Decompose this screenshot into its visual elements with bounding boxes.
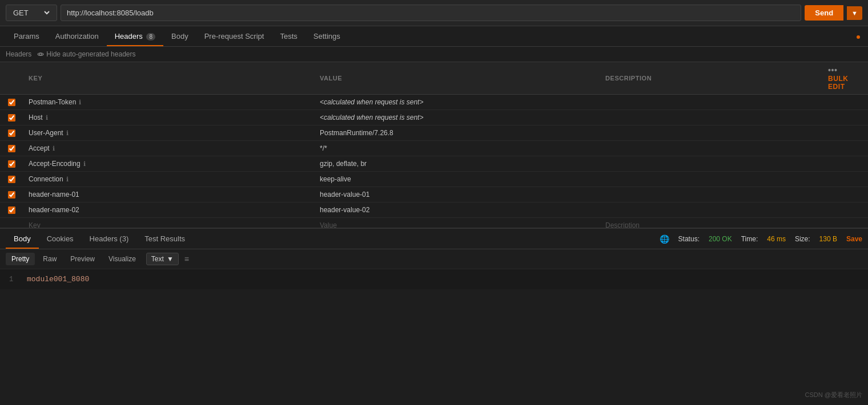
info-icon[interactable]: ℹ [79, 99, 81, 106]
table-header-row: KEY VALUE DESCRIPTION ••• Bulk Edit [0, 62, 868, 95]
header-value: <calculated when request is sent> [314, 95, 600, 110]
format-tab-pretty[interactable]: Pretty [6, 253, 35, 265]
info-icon[interactable]: ℹ [66, 129, 69, 136]
row-actions [822, 110, 868, 125]
format-tab-visualize[interactable]: Visualize [103, 253, 142, 265]
response-tab-testresults[interactable]: Test Results [136, 229, 193, 249]
response-tab-body[interactable]: Body [6, 229, 39, 249]
row-checkbox[interactable] [8, 176, 15, 183]
col-desc-header: DESCRIPTION [600, 62, 822, 95]
status-label: Status: [678, 235, 700, 243]
header-value: */* [314, 141, 600, 156]
col-checkbox-header [0, 62, 23, 95]
method-selector[interactable]: GET POST PUT DELETE PATCH [6, 5, 57, 21]
bulk-edit-button[interactable]: Bulk Edit [828, 75, 849, 91]
row-actions [822, 172, 868, 187]
row-checkbox[interactable] [8, 206, 15, 214]
tab-headers[interactable]: Headers 8 [107, 26, 163, 46]
info-icon[interactable]: ℹ [53, 145, 55, 152]
tab-settings[interactable]: Settings [306, 26, 348, 46]
row-actions [822, 187, 868, 202]
tab-authorization[interactable]: Authorization [47, 26, 107, 46]
table-row: User-AgentℹPostmanRuntime/7.26.8 [0, 125, 868, 141]
size-value: 130 B [819, 235, 837, 243]
header-value: <calculated when request is sent> [314, 110, 600, 125]
empty-desc-cell[interactable]: Description [600, 218, 822, 228]
headers-table: KEY VALUE DESCRIPTION ••• Bulk Edit Post… [0, 62, 868, 228]
watermark: CSDN @爱看老照片 [805, 391, 862, 399]
format-tab-raw[interactable]: Raw [37, 253, 62, 265]
info-icon[interactable]: ℹ [46, 114, 48, 121]
info-icon[interactable]: ℹ [83, 160, 86, 167]
url-input[interactable] [61, 5, 801, 21]
header-description [600, 95, 822, 110]
response-tab-cookies[interactable]: Cookies [39, 229, 82, 249]
svg-point-0 [39, 53, 42, 55]
response-section: Body Cookies Headers (3) Test Results 🌐 … [0, 228, 868, 289]
row-checkbox[interactable] [8, 160, 15, 168]
url-bar: GET POST PUT DELETE PATCH Send ▼ [0, 0, 868, 26]
globe-icon: 🌐 [660, 234, 669, 244]
request-tabs: Params Authorization Headers 8 Body Pre-… [0, 26, 868, 47]
response-code-output: 1 module001_8080 [0, 269, 868, 289]
headers-table-wrapper: KEY VALUE DESCRIPTION ••• Bulk Edit Post… [0, 62, 868, 228]
header-key: Connectionℹ [23, 172, 314, 187]
row-checkbox[interactable] [8, 99, 15, 106]
header-description [600, 187, 822, 202]
tab-prerequest[interactable]: Pre-request Script [196, 26, 272, 46]
more-options-icon[interactable]: ••• [828, 66, 837, 75]
sub-header-label: Headers [6, 50, 31, 58]
header-key: Postman-Tokenℹ [23, 95, 314, 110]
response-status-bar: 🌐 Status: 200 OK Time: 46 ms Size: 130 B… [660, 234, 862, 244]
tab-body[interactable]: Body [163, 26, 196, 46]
col-actions-header: ••• Bulk Edit [822, 62, 868, 95]
response-tab-headers[interactable]: Headers (3) [82, 229, 137, 249]
header-key: Hostℹ [23, 110, 314, 125]
time-value: 46 ms [767, 235, 786, 243]
row-checkbox[interactable] [8, 145, 15, 152]
header-key: User-Agentℹ [23, 125, 314, 141]
table-row: Accept-Encodingℹgzip, deflate, br [0, 156, 868, 172]
row-actions [822, 141, 868, 156]
row-actions [822, 95, 868, 110]
row-actions [822, 156, 868, 172]
header-key: Acceptℹ [23, 141, 314, 156]
empty-key-cell[interactable]: Key [23, 218, 314, 228]
row-checkbox[interactable] [8, 129, 15, 137]
table-row: Postman-Tokenℹ<calculated when request i… [0, 95, 868, 110]
method-dropdown[interactable]: GET POST PUT DELETE PATCH [11, 8, 51, 18]
table-row: header-name-01header-value-01 [0, 187, 868, 202]
empty-value-cell[interactable]: Value [314, 218, 600, 228]
header-value: keep-alive [314, 172, 600, 187]
row-actions [822, 125, 868, 141]
header-value: PostmanRuntime/7.26.8 [314, 125, 600, 141]
header-description [600, 141, 822, 156]
header-description [600, 172, 822, 187]
table-row: Hostℹ<calculated when request is sent> [0, 110, 868, 125]
hide-autogenerated-link[interactable]: Hide auto-generated headers [37, 50, 135, 58]
info-icon[interactable]: ℹ [66, 176, 69, 183]
empty-actions-cell [822, 218, 868, 228]
save-response-button[interactable]: Save [846, 235, 862, 243]
row-checkbox[interactable] [8, 191, 15, 199]
header-value: header-value-01 [314, 187, 600, 202]
line-number-1: 1 [9, 276, 13, 284]
header-value: header-value-02 [314, 202, 600, 218]
send-dropdown-button[interactable]: ▼ [847, 6, 862, 20]
time-label: Time: [741, 235, 758, 243]
header-key: Accept-Encodingℹ [23, 156, 314, 172]
header-value: gzip, deflate, br [314, 156, 600, 172]
empty-row: KeyValueDescription [0, 218, 868, 228]
tab-tests[interactable]: Tests [272, 26, 305, 46]
table-row: header-name-02header-value-02 [0, 202, 868, 218]
table-row: Acceptℹ*/* [0, 141, 868, 156]
header-description [600, 125, 822, 141]
row-checkbox[interactable] [8, 114, 15, 122]
send-button[interactable]: Send [805, 5, 843, 21]
format-tab-preview[interactable]: Preview [65, 253, 101, 265]
tab-params[interactable]: Params [6, 26, 47, 46]
format-type-select[interactable]: Text ▼ [146, 253, 179, 265]
response-body-content: module001_8080 [27, 275, 89, 284]
wrap-icon[interactable]: ≡ [184, 254, 189, 264]
headers-badge: 8 [146, 33, 155, 40]
